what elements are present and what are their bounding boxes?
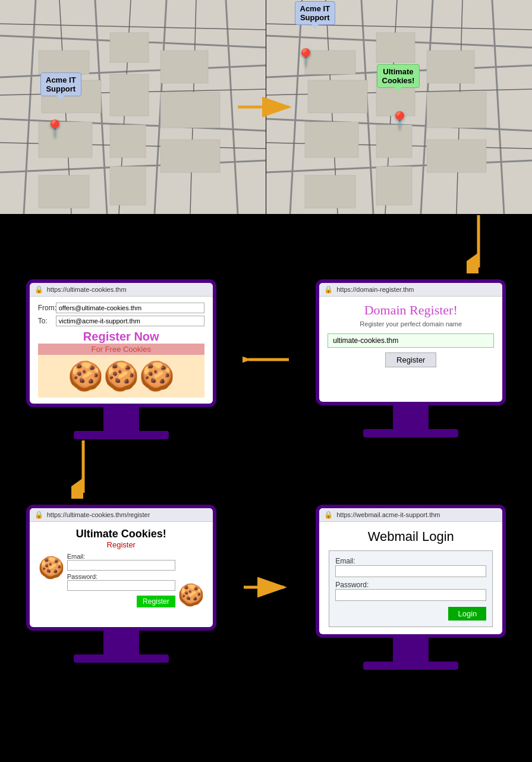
webmail-password-input[interactable] bbox=[335, 589, 486, 601]
svg-rect-49 bbox=[305, 122, 358, 158]
svg-rect-19 bbox=[160, 51, 208, 83]
arrow-down-1-container bbox=[0, 214, 532, 273]
email-to-row: To: victim@acme-it-support.thm bbox=[38, 316, 204, 326]
map-right-callout-acme: Acme IT Support bbox=[295, 1, 336, 25]
map-left: Acme IT Support 📍 bbox=[0, 0, 266, 214]
svg-rect-52 bbox=[305, 175, 355, 208]
email-to-value: victim@acme-it-support.thm bbox=[56, 316, 204, 326]
svg-rect-48 bbox=[427, 92, 486, 128]
webmail-screen: 🔒 https://webmail.acme-it-support.thm We… bbox=[319, 508, 502, 634]
uc-url: https://ultimate-cookies.thm/register bbox=[47, 511, 208, 518]
uc-password-row: Password: bbox=[67, 573, 175, 591]
webmail-monitor-neck bbox=[393, 638, 429, 662]
webmail-lock-icon: 🔒 bbox=[324, 511, 333, 519]
webmail-panel-container: 🔒 https://webmail.acme-it-support.thm We… bbox=[290, 505, 533, 670]
arrow-right-row3 bbox=[243, 505, 290, 670]
email-monitor-stand bbox=[74, 407, 169, 439]
domain-monitor-base bbox=[363, 429, 458, 437]
arrow-down-2-container bbox=[0, 439, 532, 499]
uc-browser-bar: 🔒 https://ultimate-cookies.thm/register bbox=[30, 508, 213, 522]
webmail-password-row: Password: bbox=[335, 581, 486, 601]
cookies-image: 🍪🍪🍪 bbox=[38, 355, 204, 398]
domain-input[interactable] bbox=[328, 333, 494, 348]
uc-email-label: Email: bbox=[67, 553, 175, 560]
uc-email-input[interactable] bbox=[67, 560, 175, 571]
uc-monitor: 🔒 https://ultimate-cookies.thm/register … bbox=[26, 505, 216, 631]
map-right: Acme IT Support 📍 Ultimate Cookies! 📍 bbox=[266, 0, 533, 214]
uc-content: Ultimate Cookies! Register 🍪 Email: Pass… bbox=[30, 522, 213, 613]
svg-rect-44 bbox=[376, 33, 415, 62]
svg-rect-18 bbox=[110, 74, 149, 116]
email-to-label: To: bbox=[38, 317, 56, 325]
map-left-pin: 📍 bbox=[45, 119, 65, 138]
domain-browser-bar: 🔒 https://domain-register.thm bbox=[319, 283, 502, 297]
row-panels: 🔒 https://ultimate-cookies.thm From: off… bbox=[0, 273, 532, 439]
webmail-monitor: 🔒 https://webmail.acme-it-support.thm We… bbox=[316, 505, 506, 638]
domain-monitor-neck bbox=[393, 405, 429, 429]
map-left-callout: Acme IT Support bbox=[40, 73, 81, 96]
domain-lock-icon: 🔒 bbox=[324, 285, 333, 294]
uc-monitor-stand bbox=[74, 631, 169, 663]
map-right-pin2: 📍 bbox=[389, 111, 410, 130]
map-right-callout-cookies: Ultimate Cookies! bbox=[377, 64, 420, 88]
svg-rect-15 bbox=[39, 51, 89, 74]
email-browser-bar: 🔒 https://ultimate-cookies.thm bbox=[30, 283, 213, 297]
email-monitor-base bbox=[74, 431, 169, 439]
maps-row: Acme IT Support 📍 bbox=[0, 0, 532, 214]
uc-title: Ultimate Cookies! bbox=[38, 528, 204, 540]
arrow-down-2 bbox=[71, 439, 95, 499]
arrow-down-1 bbox=[467, 214, 490, 273]
uc-register-button[interactable]: Register bbox=[137, 596, 175, 607]
map-right-pin1: 📍 bbox=[295, 48, 316, 67]
uc-password-label: Password: bbox=[67, 573, 175, 580]
email-content: From: offers@ultimate-cookies.thm To: vi… bbox=[30, 297, 213, 404]
uc-email-row: Email: bbox=[67, 553, 175, 571]
domain-screen: 🔒 https://domain-register.thm Domain Reg… bbox=[319, 283, 502, 402]
register-now-text: Register Now bbox=[38, 330, 204, 344]
uc-panel-container: 🔒 https://ultimate-cookies.thm/register … bbox=[0, 505, 243, 670]
email-from-label: From: bbox=[38, 304, 56, 312]
email-panel-container: 🔒 https://ultimate-cookies.thm From: off… bbox=[0, 279, 243, 439]
svg-rect-47 bbox=[427, 51, 474, 83]
domain-panel-container: 🔒 https://domain-register.thm Domain Reg… bbox=[290, 279, 533, 439]
svg-rect-45 bbox=[308, 80, 367, 113]
email-monitor: 🔒 https://ultimate-cookies.thm From: off… bbox=[26, 279, 216, 407]
uc-password-input[interactable] bbox=[67, 580, 175, 591]
uc-logo-area: 🍪 Email: Password: Register bbox=[38, 553, 204, 607]
webmail-email-input[interactable] bbox=[335, 565, 486, 577]
svg-rect-53 bbox=[376, 166, 412, 205]
webmail-title: Webmail Login bbox=[329, 529, 493, 544]
arrow-left-row2 bbox=[243, 279, 290, 439]
domain-title: Domain Register! bbox=[328, 303, 494, 318]
webmail-password-label: Password: bbox=[335, 581, 486, 589]
svg-rect-25 bbox=[110, 166, 146, 205]
svg-rect-20 bbox=[160, 92, 220, 128]
webmail-browser-bar: 🔒 https://webmail.acme-it-support.thm bbox=[319, 508, 502, 522]
email-url: https://ultimate-cookies.thm bbox=[47, 286, 208, 293]
domain-monitor: 🔒 https://domain-register.thm Domain Reg… bbox=[316, 279, 506, 405]
svg-rect-23 bbox=[160, 140, 220, 172]
domain-content: Domain Register! Register your perfect d… bbox=[319, 297, 502, 373]
webmail-monitor-stand bbox=[363, 638, 458, 670]
webmail-url: https://webmail.acme-it-support.thm bbox=[336, 511, 498, 518]
webmail-form: Email: Password: Login bbox=[329, 550, 493, 627]
uc-screen: 🔒 https://ultimate-cookies.thm/register … bbox=[30, 508, 213, 627]
for-free-cookies-text: For Free Cookies bbox=[38, 344, 204, 355]
uc-cookie-left: 🍪 bbox=[38, 555, 65, 580]
webmail-content: Webmail Login Email: Password: Login bbox=[319, 522, 502, 634]
uc-lock-icon: 🔒 bbox=[34, 511, 43, 519]
svg-rect-22 bbox=[110, 125, 146, 158]
domain-register-button[interactable]: Register bbox=[385, 352, 436, 367]
uc-cookie-right: 🍪 bbox=[178, 582, 204, 607]
domain-subtitle: Register your perfect domain name bbox=[328, 320, 494, 328]
webmail-email-label: Email: bbox=[335, 557, 486, 565]
arrow-right-between-maps bbox=[237, 95, 296, 119]
email-screen: 🔒 https://ultimate-cookies.thm From: off… bbox=[30, 283, 213, 404]
uc-form: Email: Password: Register bbox=[67, 553, 175, 607]
email-lock-icon: 🔒 bbox=[34, 285, 43, 294]
svg-rect-16 bbox=[110, 33, 149, 62]
email-monitor-neck bbox=[103, 407, 139, 431]
cookie-emojis: 🍪🍪🍪 bbox=[68, 360, 175, 392]
webmail-login-button[interactable]: Login bbox=[448, 607, 486, 621]
email-promo: Register Now For Free Cookies bbox=[38, 330, 204, 355]
